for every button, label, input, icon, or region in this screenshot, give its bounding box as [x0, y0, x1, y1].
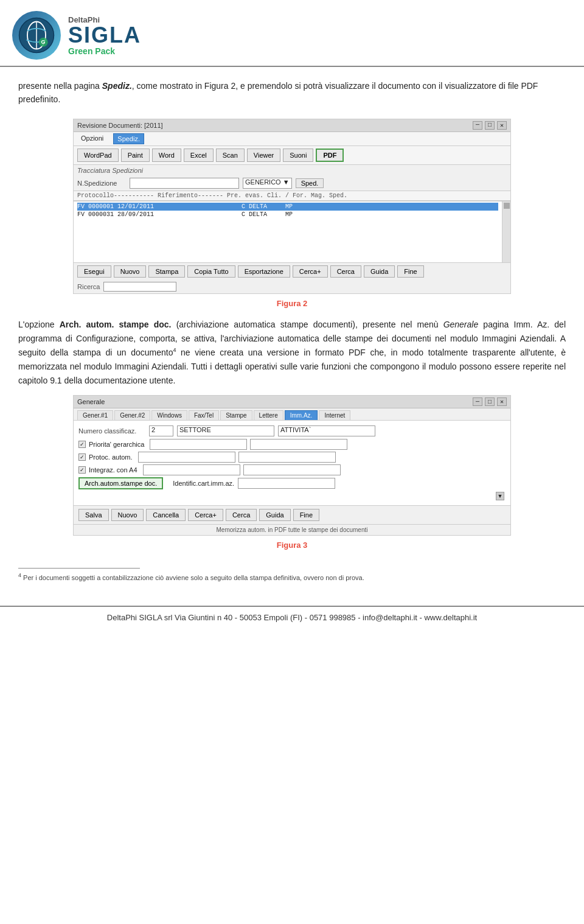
ss-menu-bar: Opzioni Spediz.: [74, 132, 510, 146]
ss2-input-integraz[interactable]: [143, 464, 240, 475]
ss-btn-pdf[interactable]: PDF: [316, 149, 344, 162]
ss-titlebar: Revisione Documenti: [2011] ─ □ ✕: [74, 119, 510, 132]
ss-vscrollbar[interactable]: [502, 201, 510, 262]
ss2-label-numero: Numero classificaz.: [78, 427, 145, 435]
ss-btn-esportazione[interactable]: Esportazione: [238, 265, 290, 278]
header: G DeltaPhi SIGLA Green Pack: [0, 0, 584, 67]
ss-window-title: Revisione Documenti: [2011]: [77, 122, 163, 129]
ss-select-generico[interactable]: GENERICO ▼: [243, 178, 292, 189]
ss2-checkbox-priorita: ✓ Priorita' gerarchica: [78, 439, 506, 450]
ss2-checkbox-protoc: ✓ Protoc. autom.: [78, 452, 506, 463]
ss-ricerca-row: Ricerca: [74, 280, 510, 293]
ss2-tab-gener1[interactable]: Gener.#1: [77, 410, 113, 420]
ss-label-nspedizione: N.Spedizione: [77, 180, 126, 187]
footer: DeltaPhi SIGLA srl Via Giuntini n 40 - 5…: [0, 606, 584, 628]
ss-menu-opzioni[interactable]: Opzioni: [77, 133, 107, 144]
ss2-checkbox-icon-priorita[interactable]: ✓: [78, 441, 86, 448]
ss2-close-btn[interactable]: ✕: [497, 397, 507, 406]
minimize-btn[interactable]: ─: [473, 121, 482, 130]
figura3-label: Figura 3: [18, 541, 566, 550]
intro-paragraph: presente nella pagina Spediz., come most…: [18, 79, 566, 107]
ss2-btn-cercaplus[interactable]: Cerca+: [188, 509, 223, 521]
ss2-label-integraz: Integraz. con A4: [89, 466, 137, 474]
ss-btn-cerca[interactable]: Cerca: [330, 265, 361, 278]
ss-btn-sped[interactable]: Sped.: [296, 178, 324, 188]
ss2-scroll-indicator: ▼: [78, 492, 506, 500]
footer-text: DeltaPhi SIGLA srl Via Giuntini n 40 - 5…: [107, 613, 477, 622]
ss-btn-cercaplus[interactable]: Cerca+: [293, 265, 328, 278]
ss-data-area: FV 0000001 12/01/2011 C DELTA MP FV 0000…: [74, 201, 502, 262]
ss2-input-attivita[interactable]: ATTIVITA`: [278, 425, 375, 436]
ss-btn-copiatutto[interactable]: Copia Tutto: [187, 265, 235, 278]
ss2-label-priorita: Priorita' gerarchica: [89, 441, 144, 448]
ss2-btn-nuovo[interactable]: Nuovo: [111, 509, 144, 521]
ss2-input-numero[interactable]: 2: [149, 425, 173, 436]
ss-input-nspedizione[interactable]: [130, 178, 239, 189]
ss-btn-excel[interactable]: Excel: [184, 149, 214, 162]
figura3-screenshot: Generale ─ □ ✕ Gener.#1 Gener.#2 Windows…: [73, 395, 511, 536]
ss2-input-priorita2[interactable]: [250, 439, 347, 450]
ss2-tab-gener2[interactable]: Gener.#2: [114, 410, 150, 420]
ss2-tab-stampe[interactable]: Stampe: [220, 410, 252, 420]
ss-btn-word[interactable]: Word: [152, 149, 181, 162]
ss-ricerca-input[interactable]: [103, 282, 176, 292]
ss-btn-wordpad[interactable]: WordPad: [77, 149, 119, 162]
ss-data-row-2[interactable]: FV 0000031 28/09/2011 C DELTA MP: [77, 211, 498, 219]
ss2-bottom-bar: Salva Nuovo Cancella Cerca+ Cerca Guida …: [74, 505, 510, 524]
figura2-label: Figura 2: [18, 299, 566, 308]
ss2-tab-lettere[interactable]: Lettere: [254, 410, 283, 420]
ss2-input-priorita[interactable]: [150, 439, 247, 450]
ss-btn-scan[interactable]: Scan: [216, 149, 245, 162]
ss2-titlebar: Generale ─ □ ✕: [74, 396, 510, 408]
ss2-btn-cancella[interactable]: Cancella: [146, 509, 186, 521]
ss2-btn-guida[interactable]: Guida: [259, 509, 290, 521]
ss-btn-viewer[interactable]: Viewer: [247, 149, 280, 162]
ss2-tab-internet[interactable]: Internet: [319, 410, 350, 420]
intro-text-before: presente nella pagina: [18, 81, 102, 91]
ss-btn-suoni[interactable]: Suoni: [283, 149, 313, 162]
ss2-checkbox-icon-integraz[interactable]: ✓: [78, 466, 86, 474]
close-btn[interactable]: ✕: [497, 121, 507, 130]
ss2-titlebar-buttons: ─ □ ✕: [473, 397, 507, 406]
ss2-maximize-btn[interactable]: □: [485, 397, 495, 406]
ss2-input-settore[interactable]: SETTORE: [177, 425, 274, 436]
ss-btn-guida[interactable]: Guida: [364, 265, 395, 278]
ss2-scroll-btn[interactable]: ▼: [496, 492, 504, 500]
ss2-checkbox-icon-protoc[interactable]: ✓: [78, 453, 86, 461]
logo-container: G DeltaPhi SIGLA Green Pack: [12, 11, 141, 60]
body-paragraph1: L'opzione Arch. autom. stampe doc. (arch…: [18, 318, 566, 388]
ss2-btn-cerca[interactable]: Cerca: [226, 509, 257, 521]
ss2-minimize-btn[interactable]: ─: [473, 397, 482, 406]
logo-text: DeltaPhi SIGLA Green Pack: [68, 15, 141, 56]
ss-bottom-bar: Esegui Nuovo Stampa Copia Tutto Esportaz…: [74, 262, 510, 280]
ss2-input-protoc[interactable]: [138, 452, 235, 463]
ss2-content: Numero classificaz. 2 SETTORE ATTIVITA` …: [74, 421, 510, 505]
ss2-btn-salva[interactable]: Salva: [78, 509, 109, 521]
ss2-btn-fine[interactable]: Fine: [293, 509, 319, 521]
ss-form-row-spedizione: N.Spedizione GENERICO ▼ Sped.: [74, 176, 510, 191]
main-content: presente nella pagina Spediz., come most…: [0, 67, 584, 606]
product-name: SIGLA: [68, 24, 141, 46]
ss-btn-fine[interactable]: Fine: [397, 265, 423, 278]
ss2-tabs: Gener.#1 Gener.#2 Windows Fax/Tel Stampe…: [74, 408, 510, 421]
ss2-input-identific[interactable]: [238, 478, 335, 489]
ss2-tab-windows[interactable]: Windows: [151, 410, 187, 420]
body-p1-mid: (archiviazione automatica stampe documen…: [172, 320, 443, 329]
ss-titlebar-buttons: ─ □ ✕: [473, 121, 507, 130]
ss-btn-esegui[interactable]: Esegui: [77, 265, 111, 278]
maximize-btn[interactable]: □: [485, 121, 495, 130]
ss2-input-protoc2[interactable]: [238, 452, 336, 463]
ss2-input-integraz2[interactable]: [243, 464, 341, 475]
ss-data-row-1[interactable]: FV 0000001 12/01/2011 C DELTA MP: [77, 203, 498, 211]
figura2-screenshot: Revisione Documenti: [2011] ─ □ ✕ Opzion…: [73, 119, 511, 294]
ss-menu-spediz[interactable]: Spediz.: [113, 133, 144, 144]
ss-btn-paint[interactable]: Paint: [121, 149, 150, 162]
ss2-btn-archautom[interactable]: Arch.autom.stampe doc.: [78, 477, 163, 489]
ss-btn-nuovo[interactable]: Nuovo: [114, 265, 147, 278]
ss-btn-stampa[interactable]: Stampa: [148, 265, 185, 278]
ss2-tab-faxtel[interactable]: Fax/Tel: [189, 410, 219, 420]
footnote-text: Per i documenti soggetti a contabilizzaz…: [23, 574, 364, 581]
ss2-bottom-note: Memorizza autom. in PDF tutte le stampe …: [74, 524, 510, 535]
ss2-label-protoc: Protoc. autom.: [89, 453, 133, 461]
ss2-tab-immaz[interactable]: Imm.Az.: [285, 410, 318, 420]
